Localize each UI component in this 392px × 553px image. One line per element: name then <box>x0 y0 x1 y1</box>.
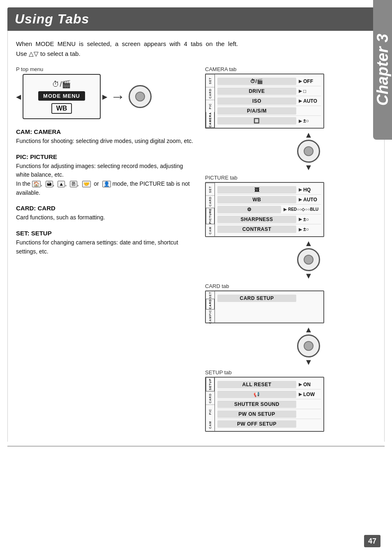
sidebar-card-3: CARD <box>206 299 214 309</box>
p-top-label: P top menu <box>16 66 197 72</box>
setup-row-3-value <box>296 403 321 405</box>
camera-row-3-value: ▶AUTO <box>296 97 321 105</box>
mode-menu-box: ⏱/🎬 MODE MENU WB <box>23 74 101 119</box>
picture-row-1-label: 🖼 <box>217 186 296 194</box>
picture-row-3-label: ⚙ <box>217 206 281 213</box>
picture-row-4-label: SHARPNESS <box>217 216 296 223</box>
sidebar-setup: SETUP <box>206 378 214 392</box>
section-set-title: SET: SETUP <box>16 230 197 237</box>
nav-wheel-top <box>129 85 152 108</box>
doc-icon: 🖹 <box>70 181 77 187</box>
page-title: Using Tabs <box>15 12 377 27</box>
sidebar-cam-3: CAM <box>206 316 214 324</box>
picture-tab-label: PICTURE tab <box>205 175 238 181</box>
section-cam-title: CAM: CAMERA <box>16 128 197 135</box>
nav-wheel-inner <box>135 92 145 101</box>
section-pic-title: PIC: PICTURE <box>16 153 197 160</box>
card-tab-label: CARD tab <box>205 283 229 289</box>
section-cam-body: Functions for shooting: selecting drive … <box>16 137 197 146</box>
mode-menu-button-label: MODE MENU <box>38 91 85 101</box>
camera-row-2-value: ▶□ <box>296 88 321 95</box>
sidebar-camera: CAMERA <box>206 112 214 128</box>
section-card: CARD: CARD Card functions, such as forma… <box>16 205 197 222</box>
setup-row-3: SHUTTER SOUND <box>217 399 321 409</box>
camera-row-1: ⏱/🎬 ▶OFF <box>217 76 321 86</box>
camera-row-3: ISO ▶AUTO <box>217 96 321 106</box>
picture-row-3-value: ▶RED○○◇○○BLU <box>281 206 321 212</box>
up-arrow-icon-3: ▲ <box>304 325 313 334</box>
picture-row-2-label: WB <box>217 196 296 203</box>
camera-row-2-label: DRIVE <box>217 88 296 95</box>
page-number: 47 <box>364 535 380 547</box>
picture-row-5: CONTRAST ▶±○ <box>217 224 321 234</box>
setup-row-4-label: PW ON SETUP <box>217 410 296 418</box>
card-row-1-value <box>296 297 321 299</box>
or-text: or <box>94 180 99 187</box>
right-col: CAMERA tab SET CARD PIC CAMERA ⏱/🎬 ▶OFF … <box>205 66 376 433</box>
picture-tab-panel: SET CARD PICTURE CAM 🖼 ▶HQ WB ▶AUTO <box>205 182 324 237</box>
page-footer <box>7 446 385 450</box>
setup-row-1-label: ALL RESET <box>217 381 296 388</box>
setup-row-1-value: ▶ON <box>296 381 321 388</box>
setup-row-3-label: SHUTTER SOUND <box>217 401 296 408</box>
chapter-label: Chapter 3 <box>374 34 392 106</box>
setup-row-2-value: ▶LOW <box>296 391 321 398</box>
camera-row-1-value: ▶OFF <box>296 78 321 85</box>
sidebar-card: CARD <box>206 87 214 100</box>
card-tab-panel: SET CARD PIC CAM CARD SETUP <box>205 290 324 323</box>
timer-icon: ⏱/🎬 <box>52 80 71 89</box>
sidebar-pic: PIC <box>206 100 214 113</box>
camera-tab-sidebar: SET CARD PIC CAMERA <box>206 74 215 128</box>
picture-row-2-value: ▶AUTO <box>296 196 321 203</box>
sidebar-card-2: CARD <box>206 195 214 207</box>
camera-tab-panel: SET CARD PIC CAMERA ⏱/🎬 ▶OFF DRIVE ▶□ <box>205 74 324 129</box>
intro-text: When MODE MENU is selected, a screen app… <box>16 39 238 59</box>
camera-row-5-label: 🔲 <box>217 117 296 124</box>
sidebar-pic-3: PIC <box>206 309 214 316</box>
picture-row-3: ⚙ ▶RED○○◇○○BLU <box>217 205 321 214</box>
section-card-title: CARD: CARD <box>16 205 197 212</box>
nav-wheel-2 <box>297 248 320 271</box>
card-row-1-label: CARD SETUP <box>217 295 296 302</box>
big-right-arrow-icon: → <box>111 88 125 105</box>
mode-menu-diagram: ◀ ⏱/🎬 MODE MENU WB ▶ <box>16 74 107 119</box>
sidebar-picture: PICTURE <box>206 208 214 224</box>
camera-row-5: 🔲 ▶±○ <box>217 116 321 126</box>
picture-row-5-label: CONTRAST <box>217 226 296 233</box>
picture-row-1: 🖼 ▶HQ <box>217 185 321 195</box>
sidebar-cam-2: CAM <box>206 224 214 236</box>
camera-tab-label: CAMERA tab <box>205 66 237 72</box>
section-cam: CAM: CAMERA Functions for shooting: sele… <box>16 128 197 146</box>
sidebar-set-3: SET <box>206 291 214 299</box>
setup-row-5-value <box>296 423 321 425</box>
setup-tab-panel: SETUP CARD PIC CAM ALL RESET ▶ON 📢 ▶LOW <box>205 377 324 432</box>
camera-tab-content: ⏱/🎬 ▶OFF DRIVE ▶□ ISO ▶AUTO P/A/S/M <box>215 74 323 128</box>
setup-row-1: ALL RESET ▶ON <box>217 380 321 389</box>
setup-tab-sidebar: SETUP CARD PIC CAM <box>206 378 215 431</box>
setup-tab-content: ALL RESET ▶ON 📢 ▶LOW SHUTTER SOUND PW ON… <box>215 378 323 431</box>
mountain-icon: 🏔 <box>46 181 53 187</box>
picture-row-2: WB ▶AUTO <box>217 195 321 205</box>
sidebar-cam-4: CAM <box>206 418 214 431</box>
left-col: P top menu ◀ ⏱/🎬 MODE MENU WB ▶ → <box>16 66 197 433</box>
top-diagram-row: ◀ ⏱/🎬 MODE MENU WB ▶ → <box>16 74 197 119</box>
picture-row-5-value: ▶±○ <box>296 226 321 233</box>
picture-tab-content: 🖼 ▶HQ WB ▶AUTO ⚙ ▶RED○○◇○○BLU SHARPNESS … <box>215 183 323 236</box>
camera-row-4-label: P/A/S/M <box>217 107 296 115</box>
sidebar-set: SET <box>206 74 214 87</box>
section-pic-body: Functions for adjusting images: selectin… <box>16 162 197 198</box>
nav-wheel-1 <box>297 140 320 163</box>
camera-row-4-value <box>296 110 321 112</box>
setup-row-2: 📢 ▶LOW <box>217 389 321 399</box>
down-arrow-icon: ▼ <box>304 163 313 172</box>
chapter-tab: Chapter 3 <box>373 0 392 140</box>
wb-label: WB <box>51 103 72 114</box>
camera-row-4: P/A/S/M <box>217 106 321 116</box>
main-content: When MODE MENU is selected, a screen app… <box>7 31 385 442</box>
picture-row-4: SHARPNESS ▶±○ <box>217 214 321 224</box>
nav-wheel-3 <box>297 334 320 357</box>
setup-row-5: PW OFF SETUP <box>217 419 321 429</box>
arrow-left-icon: ◀ <box>16 93 21 101</box>
camera-row-3-label: ISO <box>217 97 296 105</box>
card-tab-sidebar: SET CARD PIC CAM <box>206 291 215 323</box>
